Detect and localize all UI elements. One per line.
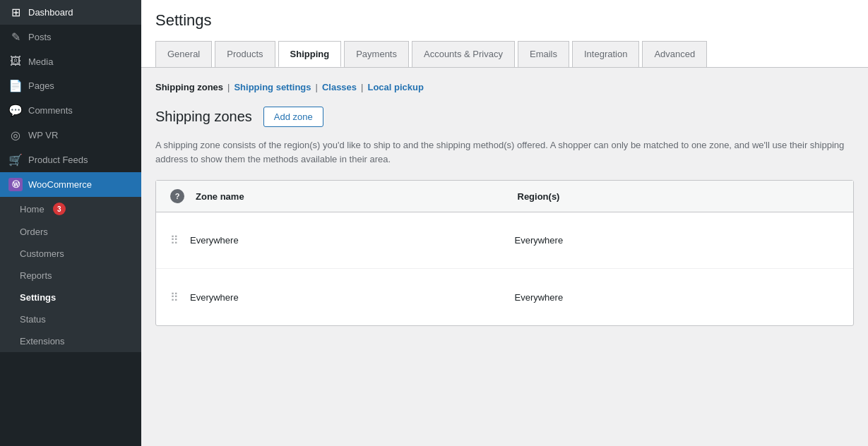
subnav-shipping-zones[interactable]: Shipping zones (155, 82, 223, 92)
sidebar-label-pages: Pages (28, 80, 54, 91)
sidebar-label-status: Status (20, 314, 46, 325)
sidebar-item-media[interactable]: 🖼 Media (0, 49, 141, 73)
subnav-classes[interactable]: Classes (322, 82, 357, 92)
add-zone-button[interactable]: Add zone (263, 107, 323, 127)
sidebar-label-media: Media (28, 56, 53, 67)
home-badge: 3 (53, 203, 66, 215)
sidebar-label-comments: Comments (28, 105, 73, 116)
sidebar-item-pages[interactable]: 📄 Pages (0, 73, 141, 98)
posts-icon: ✎ (8, 30, 23, 44)
woocommerce-submenu: Home 3 Orders Customers Reports Settings… (0, 197, 141, 352)
col-header-zone: Zone name (196, 191, 518, 202)
sidebar-item-status[interactable]: Status (0, 308, 141, 330)
zones-table-header: ? Zone name Region(s) (156, 181, 853, 212)
sep-3: | (361, 82, 363, 92)
drag-handle-icon: ⠿ (170, 291, 179, 304)
tab-payments[interactable]: Payments (344, 41, 409, 67)
dashboard-icon: ⊞ (8, 6, 23, 19)
sidebar-label-home: Home (20, 204, 44, 215)
sidebar-label-dashboard: Dashboard (28, 7, 73, 18)
sidebar-item-extensions[interactable]: Extensions (0, 330, 141, 352)
zone-name: Everywhere (190, 235, 515, 246)
tab-shipping[interactable]: Shipping (278, 41, 342, 67)
sidebar-item-settings[interactable]: Settings (0, 287, 141, 308)
sidebar: ⊞ Dashboard ✎ Posts 🖼 Media 📄 Pages 💬 Co… (0, 0, 141, 446)
sep-1: | (227, 82, 230, 92)
woocommerce-icon: Ⓦ (8, 178, 23, 191)
sidebar-label-settings: Settings (20, 292, 56, 303)
sidebar-item-reports[interactable]: Reports (0, 265, 141, 287)
main-content: Settings General Products Shipping Payme… (141, 0, 868, 446)
tab-accounts-privacy[interactable]: Accounts & Privacy (412, 41, 515, 67)
sidebar-label-woocommerce: WooCommerce (28, 179, 92, 190)
sidebar-item-product-feeds[interactable]: 🛒 Product Feeds (0, 147, 141, 172)
wp-vr-icon: ◎ (8, 128, 23, 142)
zone-name: Everywhere (190, 292, 515, 303)
comments-icon: 💬 (8, 104, 23, 117)
shipping-zones-title: Shipping zones (155, 109, 252, 125)
media-icon: 🖼 (8, 55, 23, 68)
sidebar-item-dashboard[interactable]: ⊞ Dashboard (0, 0, 141, 25)
tab-emails[interactable]: Emails (518, 41, 569, 67)
table-row[interactable]: ⠿ Everywhere Everywhere (156, 212, 853, 269)
content-area: Shipping zones | Shipping settings | Cla… (141, 68, 868, 446)
shipping-zones-description: A shipping zone consists of the region(s… (155, 138, 854, 166)
page-header: Settings General Products Shipping Payme… (141, 0, 868, 68)
sidebar-item-wp-vr[interactable]: ◎ WP VR (0, 123, 141, 147)
table-row[interactable]: ⠿ Everywhere Everywhere (156, 269, 853, 325)
sidebar-item-home[interactable]: Home 3 (0, 197, 141, 221)
zone-region: Everywhere (515, 292, 840, 303)
drag-handle-icon: ⠿ (170, 234, 179, 247)
sidebar-label-customers: Customers (20, 248, 64, 259)
sep-2: | (316, 82, 318, 92)
help-icon[interactable]: ? (170, 189, 184, 203)
sidebar-item-comments[interactable]: 💬 Comments (0, 98, 141, 123)
tab-advanced[interactable]: Advanced (642, 41, 707, 67)
sidebar-item-posts[interactable]: ✎ Posts (0, 25, 141, 49)
sidebar-item-woocommerce[interactable]: Ⓦ WooCommerce (0, 172, 141, 197)
settings-tabs: General Products Shipping Payments Accou… (155, 41, 854, 67)
zones-table: ? Zone name Region(s) ⠿ Everywhere Every… (155, 180, 854, 326)
sidebar-item-customers[interactable]: Customers (0, 243, 141, 265)
subnav-local-pickup[interactable]: Local pickup (367, 82, 423, 92)
product-feeds-icon: 🛒 (8, 153, 23, 167)
shipping-subnav: Shipping zones | Shipping settings | Cla… (155, 82, 854, 92)
tab-integration[interactable]: Integration (572, 41, 639, 67)
sidebar-label-orders: Orders (20, 227, 48, 237)
sidebar-label-wp-vr: WP VR (28, 130, 58, 140)
sidebar-item-orders[interactable]: Orders (0, 221, 141, 243)
shipping-zones-header: Shipping zones Add zone (155, 107, 854, 127)
sidebar-label-reports: Reports (20, 270, 52, 281)
pages-icon: 📄 (8, 79, 23, 92)
subnav-shipping-settings[interactable]: Shipping settings (234, 82, 311, 92)
tab-general[interactable]: General (155, 41, 212, 67)
sidebar-label-extensions: Extensions (20, 336, 65, 346)
zone-region: Everywhere (515, 235, 840, 246)
tab-products[interactable]: Products (215, 41, 275, 67)
sidebar-label-product-feeds: Product Feeds (28, 155, 88, 165)
col-header-region: Region(s) (518, 191, 840, 202)
page-title: Settings (155, 11, 854, 30)
sidebar-label-posts: Posts (28, 32, 52, 42)
